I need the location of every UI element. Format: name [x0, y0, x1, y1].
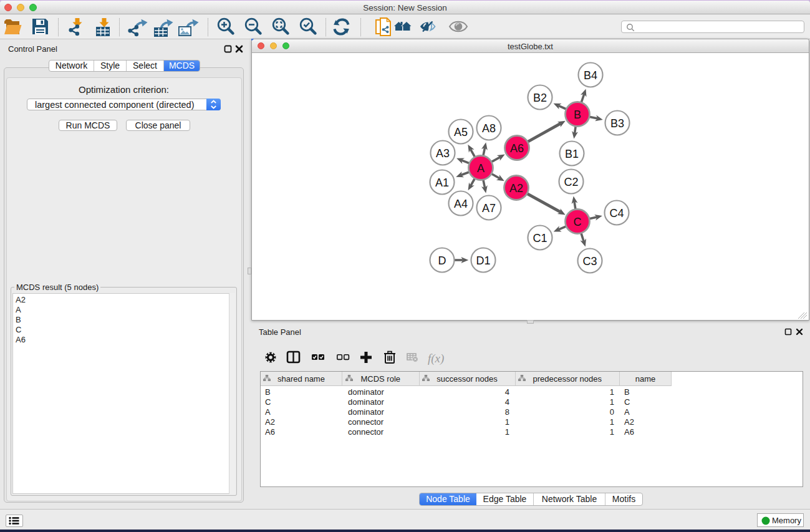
svg-text:B3: B3 [610, 117, 624, 130]
svg-text:D: D [438, 254, 446, 267]
svg-text:C: C [574, 216, 582, 228]
svg-text:A5: A5 [454, 126, 468, 138]
svg-text:C2: C2 [564, 176, 578, 188]
svg-text:A2: A2 [509, 182, 523, 195]
svg-text:B: B [574, 109, 581, 121]
svg-text:D1: D1 [476, 254, 490, 267]
svg-text:C4: C4 [609, 207, 624, 220]
svg-text:C3: C3 [582, 255, 597, 268]
svg-text:C1: C1 [533, 232, 547, 244]
svg-text:f(x): f(x) [428, 352, 444, 365]
svg-text:B2: B2 [533, 92, 547, 104]
svg-text:A7: A7 [482, 202, 496, 215]
svg-text:B1: B1 [565, 148, 579, 160]
svg-text:A8: A8 [482, 122, 496, 135]
svg-text:A3: A3 [436, 147, 450, 160]
svg-text:B4: B4 [584, 69, 597, 82]
svg-text:A: A [477, 162, 485, 175]
svg-text:A6: A6 [510, 142, 524, 155]
svg-text:A1: A1 [435, 177, 449, 189]
svg-text:A4: A4 [454, 198, 468, 210]
